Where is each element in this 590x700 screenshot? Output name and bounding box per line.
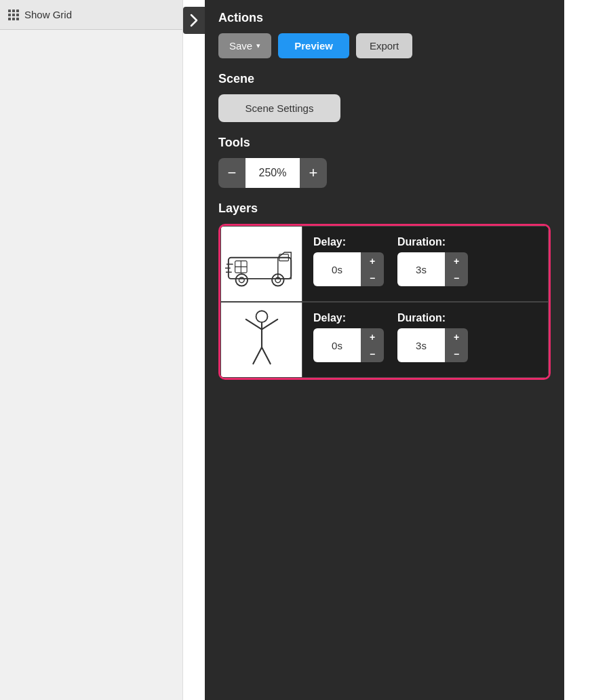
save-label: Save [229, 40, 252, 52]
layer-1-duration-group: Duration: 3s + − [397, 236, 468, 286]
layers-container: Delay: 0s + − Duration: 3s [218, 224, 551, 380]
actions-title: Actions [218, 11, 551, 25]
layer-2-duration-label: Duration: [397, 312, 468, 324]
layer-1-thumbnail [221, 227, 302, 301]
layer-1-delay-label: Delay: [313, 236, 384, 248]
export-button[interactable]: Export [356, 33, 412, 58]
layer-2-duration-stepper: 3s + − [397, 328, 468, 362]
zoom-out-button[interactable]: − [218, 158, 245, 188]
left-panel: Show Grid [0, 0, 183, 700]
zoom-value: 250% [245, 158, 300, 188]
layer-1-duration-stepper: 3s + − [397, 252, 468, 286]
layer-1-delay-increment[interactable]: + [361, 252, 384, 269]
chevron-right-icon [189, 14, 199, 27]
svg-point-12 [256, 311, 267, 322]
layer-1-delay-group: Delay: 0s + − [313, 236, 384, 286]
layer-1-image [225, 233, 298, 294]
layer-2-delay-increment[interactable]: + [361, 328, 384, 345]
layer-2-duration-stepper-buttons: + − [445, 328, 468, 362]
layer-1-duration-label: Duration: [397, 236, 468, 248]
layers-section: Layers [218, 201, 551, 689]
layer-2-delay-group: Delay: 0s + − [313, 312, 384, 362]
layer-2-duration-value: 3s [397, 328, 445, 362]
layer-1-duration-increment[interactable]: + [445, 252, 468, 269]
table-row: Delay: 0s + − Duration: 3s [220, 226, 549, 302]
zoom-in-button[interactable]: + [300, 158, 327, 188]
layer-2-delay-label: Delay: [313, 312, 384, 324]
layer-2-delay-decrement[interactable]: − [361, 345, 384, 362]
layer-2-controls: Delay: 0s + − Duration: 3s [302, 303, 548, 377]
grid-icon [8, 9, 19, 20]
actions-buttons: Save ▾ Preview Export [218, 33, 551, 58]
zoom-control: − 250% + [218, 158, 327, 188]
layer-2-delay-stepper: 0s + − [313, 328, 384, 362]
save-button[interactable]: Save ▾ [218, 33, 271, 58]
actions-section: Actions Save ▾ Preview Export [218, 11, 551, 58]
svg-line-15 [262, 319, 277, 329]
svg-line-16 [253, 347, 262, 364]
layer-2-duration-decrement[interactable]: − [445, 345, 468, 362]
right-panel: Actions Save ▾ Preview Export Scene Scen… [205, 0, 564, 700]
layer-1-delay-stepper: 0s + − [313, 252, 384, 286]
tools-section: Tools − 250% + [218, 136, 551, 188]
scene-title: Scene [218, 72, 551, 86]
layer-1-delay-stepper-buttons: + − [361, 252, 384, 286]
top-bar: Show Grid [0, 0, 182, 30]
layer-2-thumbnail [221, 303, 302, 377]
svg-line-14 [245, 319, 261, 329]
scene-section: Scene Scene Settings [218, 72, 551, 122]
svg-point-5 [236, 274, 248, 286]
layer-2-delay-value: 0s [313, 328, 361, 362]
tools-title: Tools [218, 136, 551, 150]
layer-2-duration-group: Duration: 3s + − [397, 312, 468, 362]
layer-1-delay-value: 0s [313, 252, 361, 286]
layer-1-controls: Delay: 0s + − Duration: 3s [302, 227, 548, 301]
table-row: Delay: 0s + − Duration: 3s [220, 302, 549, 378]
layer-2-delay-stepper-buttons: + − [361, 328, 384, 362]
layer-2-image [238, 308, 286, 372]
layer-1-duration-decrement[interactable]: − [445, 269, 468, 286]
layer-2-duration-increment[interactable]: + [445, 328, 468, 345]
svg-line-17 [262, 347, 271, 364]
save-dropdown-arrow: ▾ [256, 41, 260, 50]
scene-settings-button[interactable]: Scene Settings [218, 94, 340, 122]
layer-1-duration-stepper-buttons: + − [445, 252, 468, 286]
layers-title: Layers [218, 201, 551, 216]
layer-1-duration-value: 3s [397, 252, 445, 286]
preview-button[interactable]: Preview [278, 33, 349, 58]
layer-1-delay-decrement[interactable]: − [361, 269, 384, 286]
panel-toggle-button[interactable] [183, 7, 205, 34]
show-grid-label: Show Grid [24, 9, 72, 20]
